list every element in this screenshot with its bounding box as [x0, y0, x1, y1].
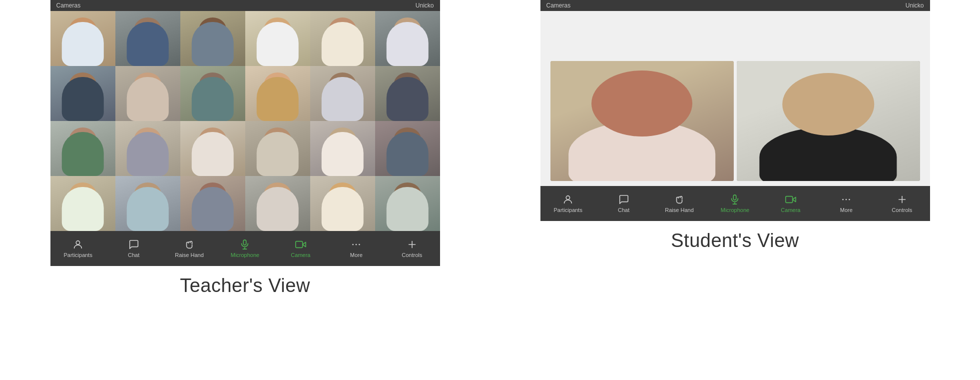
- grid-cell-18: [375, 121, 440, 176]
- grid-cell-5: [310, 11, 375, 66]
- toolbar-more-left[interactable]: More: [336, 239, 376, 258]
- teacher-toolbar: Participants Chat Raise Hand: [50, 231, 440, 266]
- svg-marker-15: [793, 197, 796, 202]
- toolbar-chat-label-right: Chat: [618, 207, 629, 213]
- toolbar-participants-label-right: Participants: [553, 207, 582, 213]
- toolbar-more-right[interactable]: More: [826, 194, 866, 213]
- toolbar-camera-left[interactable]: Camera: [281, 239, 321, 258]
- teacher-grid: [50, 11, 440, 231]
- more-icon-left: [351, 239, 362, 250]
- toolbar-more-label-left: More: [350, 252, 363, 258]
- chat-icon-left: [128, 239, 139, 250]
- toolbar-raisehand-right[interactable]: Raise Hand: [659, 194, 699, 213]
- student-video-male: [737, 61, 920, 181]
- grid-cell-11: [310, 66, 375, 121]
- toolbar-chat-left[interactable]: Chat: [114, 239, 154, 258]
- svg-point-17: [843, 199, 844, 200]
- microphone-icon-right: [729, 194, 740, 205]
- student-panel: Cameras Unicko: [540, 0, 930, 252]
- controls-icon-left: [407, 239, 418, 250]
- toolbar-camera-right[interactable]: Camera: [771, 194, 811, 213]
- controls-icon-right: [897, 194, 908, 205]
- teacher-caption: Teacher's View: [180, 275, 310, 296]
- toolbar-raisehand-left[interactable]: Raise Hand: [169, 239, 209, 258]
- toolbar-microphone-label-left: Microphone: [231, 252, 259, 258]
- student-toolbar: Participants Chat Raise Hand: [540, 186, 930, 221]
- toolbar-more-label-right: More: [840, 207, 853, 213]
- raise-hand-icon-left: [184, 239, 195, 250]
- grid-cell-14: [115, 121, 180, 176]
- teacher-titlebar-right: Unicko: [416, 2, 434, 9]
- svg-rect-5: [296, 242, 303, 248]
- participants-icon-right: [562, 194, 573, 205]
- grid-cell-19: [50, 176, 115, 231]
- teacher-titlebar-left: Cameras: [56, 2, 81, 9]
- grid-cell-3: [180, 11, 245, 66]
- student-caption: Student's View: [671, 230, 799, 252]
- svg-rect-12: [734, 195, 737, 200]
- svg-point-7: [356, 244, 357, 246]
- grid-cell-22: [245, 176, 310, 231]
- grid-cell-15: [180, 121, 245, 176]
- grid-cell-7: [50, 66, 115, 121]
- student-face-female: [550, 61, 734, 181]
- toolbar-participants-label-left: Participants: [63, 252, 92, 258]
- grid-cell-21: [180, 176, 245, 231]
- student-titlebar-left: Cameras: [546, 2, 571, 9]
- grid-cell-20: [115, 176, 180, 231]
- student-video-window: Cameras Unicko: [540, 0, 930, 221]
- microphone-icon-left: [239, 239, 250, 250]
- toolbar-raisehand-label-left: Raise Hand: [175, 252, 203, 258]
- svg-rect-1: [244, 240, 247, 245]
- grid-cell-4: [245, 11, 310, 66]
- toolbar-participants-left[interactable]: Participants: [58, 239, 98, 258]
- toolbar-controls-right[interactable]: Controls: [882, 194, 922, 213]
- grid-cell-10: [245, 66, 310, 121]
- toolbar-controls-left[interactable]: Controls: [392, 239, 432, 258]
- svg-point-6: [353, 244, 354, 246]
- raise-hand-icon-right: [674, 194, 685, 205]
- toolbar-participants-right[interactable]: Participants: [548, 194, 588, 213]
- student-face-male: [737, 61, 920, 181]
- grid-cell-9: [180, 66, 245, 121]
- toolbar-microphone-left[interactable]: Microphone: [225, 239, 265, 258]
- grid-cell-16: [245, 121, 310, 176]
- toolbar-raisehand-label-right: Raise Hand: [665, 207, 693, 213]
- grid-cell-2: [115, 11, 180, 66]
- views-row: Cameras Unicko: [0, 0, 980, 296]
- student-video-pair: [540, 21, 930, 181]
- grid-cell-23: [310, 176, 375, 231]
- teacher-video-window: Cameras Unicko: [50, 0, 440, 266]
- svg-point-8: [359, 244, 360, 246]
- svg-rect-16: [786, 196, 793, 203]
- more-icon-right: [841, 194, 852, 205]
- participants-icon-left: [72, 239, 83, 250]
- grid-cell-13: [50, 121, 115, 176]
- toolbar-camera-label-left: Camera: [291, 252, 310, 258]
- toolbar-camera-label-right: Camera: [781, 207, 800, 213]
- svg-point-11: [566, 196, 570, 200]
- grid-cell-12: [375, 66, 440, 121]
- camera-icon-right: [785, 194, 796, 205]
- grid-cell-17: [310, 121, 375, 176]
- svg-point-19: [849, 199, 850, 200]
- student-video-female: [550, 61, 734, 181]
- toolbar-controls-label-left: Controls: [402, 252, 422, 258]
- svg-point-0: [76, 241, 80, 244]
- camera-icon-left: [295, 239, 306, 250]
- grid-cell-6: [375, 11, 440, 66]
- toolbar-chat-label-left: Chat: [128, 252, 139, 258]
- teacher-titlebar: Cameras Unicko: [50, 0, 440, 11]
- chat-icon-right: [618, 194, 629, 205]
- student-titlebar-right: Unicko: [906, 2, 924, 9]
- svg-point-18: [846, 199, 847, 200]
- grid-cell-24: [375, 176, 440, 231]
- grid-cell-8: [115, 66, 180, 121]
- toolbar-chat-right[interactable]: Chat: [604, 194, 644, 213]
- svg-marker-4: [303, 242, 306, 246]
- toolbar-microphone-right[interactable]: Microphone: [715, 194, 755, 213]
- grid-cell-1: [50, 11, 115, 66]
- student-titlebar: Cameras Unicko: [540, 0, 930, 11]
- toolbar-microphone-label-right: Microphone: [721, 207, 749, 213]
- student-content-area: [540, 11, 930, 186]
